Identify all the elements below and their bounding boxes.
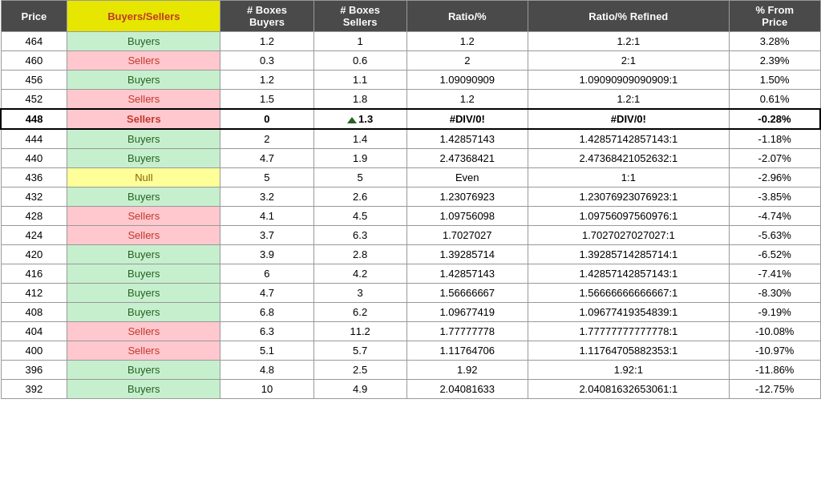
cell-pct-from-price: 0.61% [729,90,820,110]
cell-pct-from-price: -3.85% [729,187,820,207]
cell-ratio-refined: 1.11764705882353:1 [528,341,729,361]
cell-boxes-buyers: 1.2 [220,32,313,51]
cell-boxes-buyers: 3.2 [220,187,313,207]
table-row: 440Buyers4.71.92.473684212.4736842105263… [1,149,820,168]
cell-boxes-sellers: 1 [313,32,406,51]
cell-pct-from-price: -10.97% [729,341,820,361]
cell-ratio: 1.77777778 [406,322,528,341]
cell-boxes-sellers: 11.2 [313,322,406,341]
cell-buyers-sellers: Sellers [67,90,220,110]
cell-buyers-sellers: Buyers [67,187,220,207]
cell-ratio-refined: 1.7027027027027:1 [528,226,729,245]
cell-ratio: 2.47368421 [406,149,528,168]
cell-price: 440 [1,149,67,168]
cell-buyers-sellers: Sellers [67,207,220,226]
cell-price: 460 [1,51,67,71]
cell-pct-from-price: -5.63% [729,226,820,245]
cell-pct-from-price: -8.30% [729,284,820,303]
cell-boxes-buyers: 4.7 [220,284,313,303]
cell-boxes-buyers: 3.9 [220,245,313,264]
col-header-boxes-sellers: # BoxesSellers [313,1,406,32]
cell-ratio-refined: 1.09677419354839:1 [528,303,729,322]
cell-ratio-refined: 1.09090909090909:1 [528,71,729,90]
cell-boxes-buyers: 4.8 [220,361,313,380]
cell-ratio: 1.42857143 [406,129,528,149]
cell-ratio-refined: 1:1 [528,168,729,187]
cell-buyers-sellers: Sellers [67,109,220,129]
cell-boxes-sellers: 6.3 [313,226,406,245]
cell-boxes-sellers: 4.9 [313,380,406,399]
cell-boxes-sellers: 0.6 [313,51,406,71]
cell-ratio: 1.7027027 [406,226,528,245]
cell-ratio: 1.2 [406,90,528,110]
col-header-boxes-buyers: # BoxesBuyers [220,1,313,32]
cell-ratio: 1.92 [406,361,528,380]
cell-price: 436 [1,168,67,187]
cell-boxes-sellers: 4.2 [313,264,406,284]
cell-boxes-buyers: 4.1 [220,207,313,226]
table-row: 420Buyers3.92.81.392857141.3928571428571… [1,245,820,264]
cell-boxes-sellers: 1.8 [313,90,406,110]
cell-price: 432 [1,187,67,207]
cell-boxes-sellers: 1.9 [313,149,406,168]
cell-ratio-refined: 2.04081632653061:1 [528,380,729,399]
cell-boxes-sellers: 6.2 [313,303,406,322]
cell-boxes-sellers: 3 [313,284,406,303]
table-row: 404Sellers6.311.21.777777781.77777777777… [1,322,820,341]
table-row: 424Sellers3.76.31.70270271.7027027027027… [1,226,820,245]
cell-boxes-sellers: 2.6 [313,187,406,207]
cell-price: 420 [1,245,67,264]
cell-ratio-refined: 1.2:1 [528,90,729,110]
cell-pct-from-price: -7.41% [729,264,820,284]
cell-buyers-sellers: Null [67,168,220,187]
cell-boxes-sellers: 2.5 [313,361,406,380]
table-row: 428Sellers4.14.51.097560981.097560975609… [1,207,820,226]
cell-ratio-refined: 2.47368421052632:1 [528,149,729,168]
cell-pct-from-price: -6.52% [729,245,820,264]
cell-pct-from-price: -12.75% [729,380,820,399]
table-row: 456Buyers1.21.11.090909091.0909090909090… [1,71,820,90]
cell-price: 400 [1,341,67,361]
cell-boxes-buyers: 6 [220,264,313,284]
table-row: 416Buyers64.21.428571431.42857142857143:… [1,264,820,284]
cell-ratio-refined: 2:1 [528,51,729,71]
cell-buyers-sellers: Buyers [67,149,220,168]
cell-buyers-sellers: Sellers [67,51,220,71]
table-row: 392Buyers104.92.040816332.04081632653061… [1,380,820,399]
cell-boxes-buyers: 5.1 [220,341,313,361]
cell-ratio-refined: #DIV/0! [528,109,729,129]
cell-ratio-refined: 1.77777777777778:1 [528,322,729,341]
cell-pct-from-price: -0.28% [729,109,820,129]
cell-boxes-sellers: 1.3 [313,109,406,129]
cell-boxes-buyers: 1.2 [220,71,313,90]
main-table-wrapper: Price Buyers/Sellers # BoxesBuyers # Box… [0,0,821,399]
cell-pct-from-price: 3.28% [729,32,820,51]
cell-ratio: 2.04081633 [406,380,528,399]
cell-pct-from-price: -10.08% [729,322,820,341]
cell-boxes-sellers: 5 [313,168,406,187]
cell-boxes-buyers: 6.3 [220,322,313,341]
cell-boxes-sellers: 5.7 [313,341,406,361]
cell-ratio-refined: 1.42857142857143:1 [528,129,729,149]
cell-boxes-buyers: 0.3 [220,51,313,71]
cell-buyers-sellers: Buyers [67,71,220,90]
col-header-buyers-sellers: Buyers/Sellers [67,1,220,32]
cell-ratio-refined: 1.2:1 [528,32,729,51]
cell-ratio: 2 [406,51,528,71]
cell-price: 404 [1,322,67,341]
table-row: 452Sellers1.51.81.21.2:10.61% [1,90,820,110]
cell-price: 392 [1,380,67,399]
col-header-price: Price [1,1,67,32]
col-header-pct-from-price: % FromPrice [729,1,820,32]
cell-ratio: #DIV/0! [406,109,528,129]
cell-ratio-refined: 1.92:1 [528,361,729,380]
cell-price: 452 [1,90,67,110]
cell-boxes-buyers: 5 [220,168,313,187]
cell-pct-from-price: -1.18% [729,129,820,149]
cell-ratio: 1.42857143 [406,264,528,284]
cell-buyers-sellers: Buyers [67,264,220,284]
cell-price: 416 [1,264,67,284]
cell-pct-from-price: 2.39% [729,51,820,71]
cell-ratio: 1.39285714 [406,245,528,264]
table-row: 464Buyers1.211.21.2:13.28% [1,32,820,51]
